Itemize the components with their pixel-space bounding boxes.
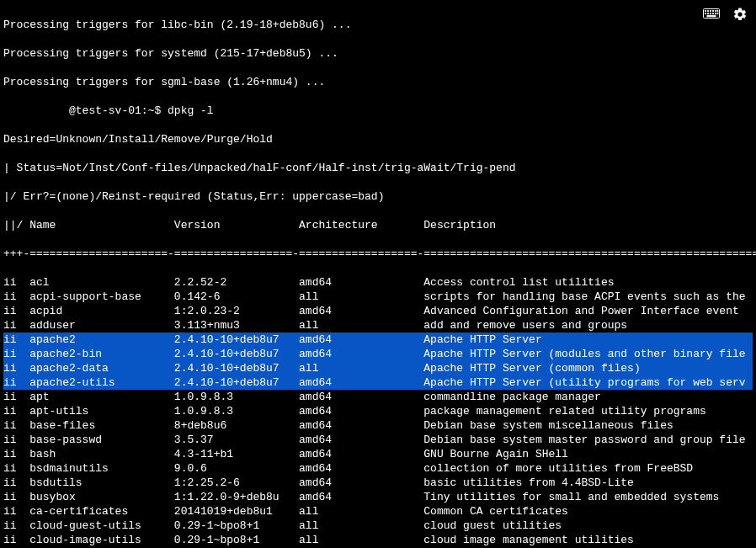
svg-point-4 xyxy=(712,10,713,11)
dpkg-header: +++-=====================-==============… xyxy=(3,247,753,261)
package-row: ii base-passwd 3.5.37 amd64 Debian base … xyxy=(3,433,753,447)
package-row: ii apache2 2.4.10-10+deb8u7 amd64 Apache… xyxy=(3,333,753,347)
svg-point-1 xyxy=(705,10,705,11)
package-row: ii apt 1.0.9.8.3 amd64 commandline packa… xyxy=(3,390,753,404)
package-row: ii acpid 1:2.0.23-2 amd64 Advanced Confi… xyxy=(3,304,753,318)
svg-point-9 xyxy=(710,13,711,13)
shell-prompt: @test-sv-01:~$ dpkg -l xyxy=(3,104,753,118)
svg-point-8 xyxy=(707,13,708,13)
package-row: ii bash 4.3-11+b1 amd64 GNU Bourne Again… xyxy=(3,447,753,461)
package-row: ii apache2-data 2.4.10-10+deb8u7 all Apa… xyxy=(3,361,753,375)
package-row: ii acpi-support-base 0.142-6 all scripts… xyxy=(3,290,753,304)
package-row: ii apt-utils 1.0.9.8.3 amd64 package man… xyxy=(3,404,753,418)
package-row: ii acl 2.2.52-2 amd64 Access control lis… xyxy=(3,275,753,290)
package-row: ii base-files 8+deb8u6 amd64 Debian base… xyxy=(3,418,753,433)
svg-point-12 xyxy=(717,13,718,13)
package-row: ii apache2-utils 2.4.10-10+deb8u7 amd64 … xyxy=(3,375,753,390)
svg-point-10 xyxy=(712,13,713,13)
log-line: Processing triggers for sgml-base (1.26+… xyxy=(3,75,753,89)
svg-point-7 xyxy=(705,13,705,13)
package-row: ii adduser 3.113+nmu3 all add and remove… xyxy=(3,318,753,333)
terminal-output[interactable]: Processing triggers for libc-bin (2.19-1… xyxy=(0,0,756,548)
package-row: ii ca-certificates 20141019+deb8u1 all C… xyxy=(3,504,753,519)
package-row: ii cloud-image-utils 0.29-1~bpo8+1 all c… xyxy=(3,533,753,547)
dpkg-header: |/ Err?=(none)/Reinst-required (Status,E… xyxy=(3,189,753,204)
dpkg-header: | Status=Not/Inst/Conf-files/Unpacked/ha… xyxy=(3,161,753,175)
keyboard-icon[interactable] xyxy=(702,5,721,24)
package-row: ii cloud-guest-utils 0.29-1~bpo8+1 all c… xyxy=(3,519,753,533)
svg-point-6 xyxy=(717,10,718,11)
dpkg-header: Desired=Unknown/Install/Remove/Purge/Hol… xyxy=(3,132,753,146)
toolbar xyxy=(702,5,749,24)
package-row: ii apache2-bin 2.4.10-10+deb8u7 amd64 Ap… xyxy=(3,347,753,361)
svg-point-11 xyxy=(715,13,716,13)
dpkg-header: ||/ Name Version Architecture Descriptio… xyxy=(3,218,753,232)
package-row: ii bsdmainutils 9.0.6 amd64 collection o… xyxy=(3,461,753,476)
svg-point-5 xyxy=(715,10,716,11)
svg-rect-13 xyxy=(707,15,716,16)
package-row: ii bsdutils 1:2.25.2-6 amd64 basic utili… xyxy=(3,476,753,490)
gear-icon[interactable] xyxy=(731,5,749,24)
svg-point-3 xyxy=(710,10,711,11)
svg-point-2 xyxy=(707,10,708,11)
package-row: ii busybox 1:1.22.0-9+deb8u amd64 Tiny u… xyxy=(3,490,753,504)
log-line: Processing triggers for systemd (215-17+… xyxy=(3,46,753,61)
log-line: Processing triggers for libc-bin (2.19-1… xyxy=(3,18,753,32)
